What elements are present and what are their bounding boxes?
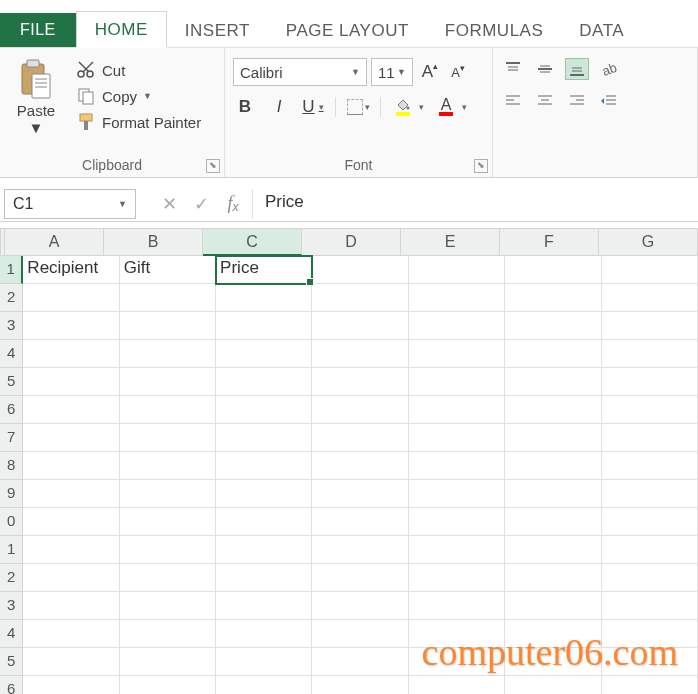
cell-A1[interactable]: Recipient: [23, 256, 119, 284]
cell-E8[interactable]: [409, 452, 505, 480]
cell-B7[interactable]: [120, 424, 216, 452]
cell-B13[interactable]: [120, 592, 216, 620]
cell-B12[interactable]: [120, 564, 216, 592]
cell-B2[interactable]: [120, 284, 216, 312]
cell-B4[interactable]: [120, 340, 216, 368]
cell-E9[interactable]: [409, 480, 505, 508]
row-header-5[interactable]: 5: [0, 368, 23, 396]
cell-A14[interactable]: [23, 620, 119, 648]
cell-D4[interactable]: [312, 340, 408, 368]
enter-button[interactable]: ✓: [190, 193, 212, 215]
cell-F3[interactable]: [505, 312, 601, 340]
row-header-15[interactable]: 5: [0, 648, 23, 676]
column-header-F[interactable]: F: [500, 228, 599, 256]
cell-A5[interactable]: [23, 368, 119, 396]
cell-C6[interactable]: [216, 396, 312, 424]
tab-file[interactable]: FILE: [0, 13, 76, 47]
row-header-6[interactable]: 6: [0, 396, 23, 424]
tab-insert[interactable]: INSERT: [167, 13, 268, 47]
paste-button[interactable]: Paste ▼: [8, 54, 64, 155]
cell-F16[interactable]: [505, 676, 601, 694]
cell-E2[interactable]: [409, 284, 505, 312]
cell-F7[interactable]: [505, 424, 601, 452]
column-header-D[interactable]: D: [302, 228, 401, 256]
paste-dropdown-icon[interactable]: ▼: [29, 119, 44, 136]
cell-G12[interactable]: [602, 564, 698, 592]
cell-B14[interactable]: [120, 620, 216, 648]
row-header-8[interactable]: 8: [0, 452, 23, 480]
cell-B10[interactable]: [120, 508, 216, 536]
cell-G3[interactable]: [602, 312, 698, 340]
cell-B11[interactable]: [120, 536, 216, 564]
row-header-7[interactable]: 7: [0, 424, 23, 452]
cell-A11[interactable]: [23, 536, 119, 564]
font-size-select[interactable]: 11 ▼: [371, 58, 413, 86]
cell-E6[interactable]: [409, 396, 505, 424]
cell-C11[interactable]: [216, 536, 312, 564]
cell-C14[interactable]: [216, 620, 312, 648]
cell-E10[interactable]: [409, 508, 505, 536]
cell-A16[interactable]: [23, 676, 119, 694]
insert-function-button[interactable]: fx: [222, 193, 244, 215]
tab-data[interactable]: DATA: [561, 13, 642, 47]
cell-G1[interactable]: [602, 256, 698, 284]
cell-A15[interactable]: [23, 648, 119, 676]
row-header-14[interactable]: 4: [0, 620, 23, 648]
cell-D8[interactable]: [312, 452, 408, 480]
cell-B3[interactable]: [120, 312, 216, 340]
cell-G8[interactable]: [602, 452, 698, 480]
cell-E5[interactable]: [409, 368, 505, 396]
cell-A10[interactable]: [23, 508, 119, 536]
cell-B16[interactable]: [120, 676, 216, 694]
underline-button[interactable]: U▾: [301, 94, 325, 120]
decrease-indent-button[interactable]: [597, 90, 621, 112]
fill-color-dropdown-icon[interactable]: ▾: [419, 102, 424, 112]
cell-E13[interactable]: [409, 592, 505, 620]
cell-B15[interactable]: [120, 648, 216, 676]
align-right-button[interactable]: [565, 90, 589, 112]
cell-F2[interactable]: [505, 284, 601, 312]
cell-C15[interactable]: [216, 648, 312, 676]
row-header-9[interactable]: 9: [0, 480, 23, 508]
cell-B5[interactable]: [120, 368, 216, 396]
cell-B9[interactable]: [120, 480, 216, 508]
cell-A12[interactable]: [23, 564, 119, 592]
column-header-C[interactable]: C: [203, 228, 302, 256]
cell-C4[interactable]: [216, 340, 312, 368]
cell-F1[interactable]: [505, 256, 601, 284]
font-color-button[interactable]: A: [434, 94, 458, 120]
bold-button[interactable]: B: [233, 94, 257, 120]
column-header-A[interactable]: A: [5, 228, 104, 256]
cell-A8[interactable]: [23, 452, 119, 480]
clipboard-launcher-icon[interactable]: ⬊: [206, 159, 220, 173]
cell-E16[interactable]: [409, 676, 505, 694]
cell-F11[interactable]: [505, 536, 601, 564]
fill-color-button[interactable]: [391, 94, 415, 120]
cell-G7[interactable]: [602, 424, 698, 452]
cell-E3[interactable]: [409, 312, 505, 340]
row-header-1[interactable]: 1: [0, 256, 23, 284]
borders-button[interactable]: ▾: [346, 94, 370, 120]
cell-D3[interactable]: [312, 312, 408, 340]
name-box[interactable]: C1 ▼: [4, 189, 136, 219]
align-center-button[interactable]: [533, 90, 557, 112]
cell-E7[interactable]: [409, 424, 505, 452]
cell-A2[interactable]: [23, 284, 119, 312]
row-header-11[interactable]: 1: [0, 536, 23, 564]
format-painter-button[interactable]: Format Painter: [72, 110, 205, 134]
cell-F12[interactable]: [505, 564, 601, 592]
cell-G4[interactable]: [602, 340, 698, 368]
cell-G16[interactable]: [602, 676, 698, 694]
cell-G13[interactable]: [602, 592, 698, 620]
cell-F6[interactable]: [505, 396, 601, 424]
cell-F13[interactable]: [505, 592, 601, 620]
cell-G10[interactable]: [602, 508, 698, 536]
cell-D9[interactable]: [312, 480, 408, 508]
decrease-font-button[interactable]: A▾: [445, 59, 471, 85]
cell-C9[interactable]: [216, 480, 312, 508]
column-header-B[interactable]: B: [104, 228, 203, 256]
cell-D1[interactable]: [312, 256, 408, 284]
font-launcher-icon[interactable]: ⬊: [474, 159, 488, 173]
cell-G2[interactable]: [602, 284, 698, 312]
tab-formulas[interactable]: FORMULAS: [427, 13, 561, 47]
